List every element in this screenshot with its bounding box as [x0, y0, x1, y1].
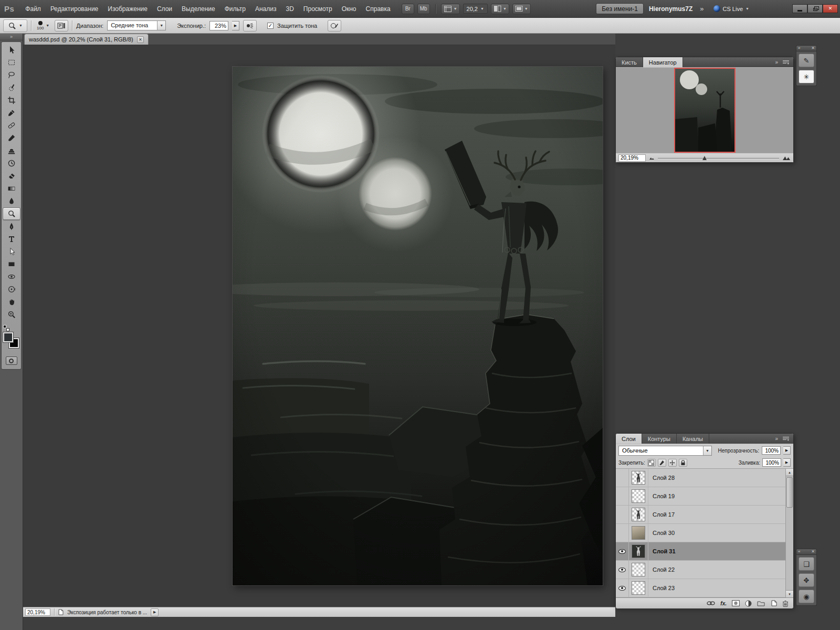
status-flyout-button[interactable]: ▶: [151, 608, 159, 616]
expand-dock-icon[interactable]: «: [798, 550, 800, 554]
launch-bridge-button[interactable]: Br: [402, 4, 414, 14]
menu-3d[interactable]: 3D: [281, 0, 299, 18]
layer-row[interactable]: Слой 30: [616, 524, 793, 542]
collapse-panel-icon[interactable]: »: [775, 60, 778, 65]
add-layer-mask-button[interactable]: [732, 600, 740, 606]
menu-window[interactable]: Окно: [337, 0, 361, 18]
layer-thumbnail-cell[interactable]: [629, 542, 648, 560]
tool-preset-picker[interactable]: ▼: [3, 19, 27, 32]
slider-thumb[interactable]: [702, 156, 707, 160]
gradient-tool[interactable]: [3, 182, 20, 195]
brush-tool[interactable]: [3, 132, 20, 144]
menu-file[interactable]: Файл: [20, 0, 46, 18]
visibility-toggle[interactable]: [616, 524, 629, 542]
clone-stamp-tool[interactable]: [3, 144, 20, 157]
hand-tool[interactable]: [3, 296, 20, 308]
zoom-tool[interactable]: [3, 308, 20, 321]
zoom-out-icon[interactable]: [649, 156, 655, 160]
navigator-zoom-field[interactable]: 20,19%: [618, 154, 646, 162]
tablet-pressure-button[interactable]: [328, 20, 341, 32]
close-button[interactable]: ✕: [823, 4, 838, 13]
navigator-zoom-slider[interactable]: [658, 155, 779, 161]
tab-paths[interactable]: Контуры: [642, 434, 677, 444]
workspace-overflow-icon[interactable]: »: [700, 5, 704, 13]
layer-thumbnail-cell[interactable]: [629, 561, 648, 579]
brush-presets-panel-button[interactable]: ✎: [799, 54, 814, 67]
close-document-icon[interactable]: ✕: [137, 36, 144, 43]
close-dock-icon[interactable]: ✕: [811, 550, 815, 554]
document-canvas[interactable]: [233, 67, 603, 585]
panel-menu-icon[interactable]: [782, 60, 790, 65]
toggle-brush-panel-button[interactable]: [55, 20, 68, 32]
shape-tool[interactable]: [3, 258, 20, 270]
new-group-button[interactable]: [757, 601, 765, 606]
layer-thumbnail-cell[interactable]: [629, 469, 648, 487]
icon-dock-header[interactable]: « ✕: [796, 549, 817, 555]
icon-dock-header[interactable]: « ✕: [796, 45, 817, 51]
opacity-slider-button[interactable]: ▶: [783, 446, 791, 455]
restore-button[interactable]: [807, 4, 823, 13]
3d-panel-button[interactable]: ✥: [799, 573, 814, 587]
scroll-down-button[interactable]: ▼: [786, 590, 793, 597]
collapse-panel-icon[interactable]: »: [775, 436, 778, 442]
fill-field[interactable]: 100%: [762, 458, 781, 467]
protect-tones-checkbox[interactable]: ✓: [267, 23, 274, 29]
eraser-tool[interactable]: [3, 170, 20, 182]
layer-row[interactable]: Слой 19: [616, 487, 793, 506]
minimize-button[interactable]: [792, 4, 807, 13]
airbrush-toggle-button[interactable]: [243, 20, 257, 32]
rectangular-marquee-tool[interactable]: [3, 56, 20, 69]
fill-slider-button[interactable]: ▶: [783, 458, 791, 467]
pen-tool[interactable]: [3, 220, 20, 233]
navigator-proxy-view[interactable]: [674, 68, 736, 153]
layer-row[interactable]: Слой 22: [616, 561, 793, 579]
3d-object-rotate-tool[interactable]: [3, 270, 20, 283]
styles-panel-button[interactable]: ❑: [799, 557, 814, 571]
foreground-color-swatch[interactable]: [3, 332, 13, 342]
scroll-up-button[interactable]: ▲: [786, 469, 793, 476]
default-colors-icon[interactable]: [3, 325, 9, 331]
tab-brush[interactable]: Кисть: [616, 57, 643, 67]
menu-view[interactable]: Просмотр: [299, 0, 337, 18]
lock-all-button[interactable]: [679, 459, 687, 467]
history-brush-tool[interactable]: [3, 157, 20, 170]
navigator-panel-button[interactable]: ✳: [799, 70, 814, 83]
zoom-in-icon[interactable]: [782, 155, 791, 161]
menu-select[interactable]: Выделение: [177, 0, 220, 18]
workspace-button[interactable]: Hieronymus7Z: [644, 3, 698, 14]
range-select[interactable]: Средние тона ▼: [107, 20, 166, 30]
visibility-toggle[interactable]: [616, 561, 629, 579]
visibility-toggle[interactable]: [616, 542, 629, 560]
visibility-toggle[interactable]: [616, 469, 629, 487]
menu-help[interactable]: Справка: [361, 0, 395, 18]
menu-image[interactable]: Изображение: [103, 0, 152, 18]
visibility-toggle[interactable]: [616, 506, 629, 523]
status-zoom-field[interactable]: 20,19%: [25, 608, 50, 616]
brush-preset-picker[interactable]: 100 ▼: [35, 20, 51, 31]
opacity-field[interactable]: 100%: [762, 446, 781, 455]
healing-brush-tool[interactable]: [3, 119, 20, 132]
blend-mode-select[interactable]: Обычные ▼: [618, 446, 712, 456]
delete-layer-button[interactable]: [782, 600, 789, 607]
menu-layers[interactable]: Слои: [152, 0, 177, 18]
lock-position-button[interactable]: [668, 459, 677, 467]
crop-tool[interactable]: [3, 94, 20, 107]
layer-row[interactable]: Слой 17: [616, 506, 793, 524]
quick-selection-tool[interactable]: [3, 81, 20, 94]
panel-menu-icon[interactable]: [782, 436, 790, 442]
adjustment-layer-button[interactable]: [745, 600, 752, 607]
lock-paint-button[interactable]: [658, 459, 666, 467]
tab-layers[interactable]: Слои: [616, 434, 642, 444]
move-tool[interactable]: [3, 44, 20, 56]
layer-thumbnail-cell[interactable]: [629, 579, 648, 597]
layer-row[interactable]: Слой 31: [616, 542, 793, 561]
close-dock-icon[interactable]: ✕: [811, 46, 815, 50]
combo-arrow-button[interactable]: ▼: [157, 21, 165, 30]
menu-analysis[interactable]: Анализ: [250, 0, 281, 18]
path-selection-tool[interactable]: [3, 245, 20, 258]
dodge-tool[interactable]: [3, 207, 20, 220]
menu-filter[interactable]: Фильтр: [220, 0, 250, 18]
eyedropper-tool[interactable]: [3, 107, 20, 119]
materials-panel-button[interactable]: ◉: [799, 590, 814, 603]
mini-bridge-button[interactable]: Mb: [417, 4, 430, 14]
